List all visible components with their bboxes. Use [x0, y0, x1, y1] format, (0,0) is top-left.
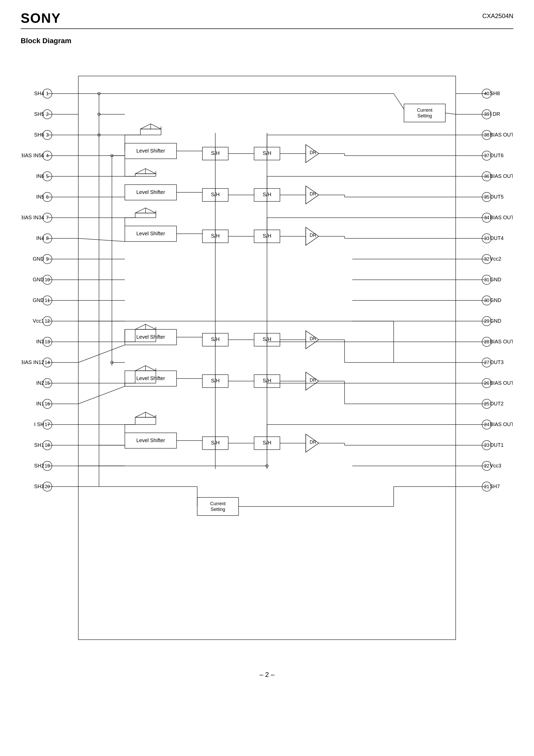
svg-text:24: 24 — [484, 422, 489, 427]
svg-text:DR: DR — [310, 336, 316, 341]
part-number: CXA2504N — [482, 13, 513, 20]
svg-text:35: 35 — [484, 194, 489, 200]
svg-line-292 — [78, 386, 125, 404]
svg-text:SH1: SH1 — [34, 442, 44, 448]
svg-text:GND: GND — [33, 297, 44, 303]
svg-text:33: 33 — [484, 236, 489, 241]
svg-text:DR: DR — [310, 440, 316, 445]
svg-text:GND: GND — [490, 297, 501, 303]
svg-text:SH5: SH5 — [34, 111, 44, 117]
svg-text:15: 15 — [45, 381, 50, 386]
svg-text:Vcc3: Vcc3 — [490, 463, 501, 469]
svg-text:GND: GND — [490, 318, 501, 324]
svg-text:28: 28 — [484, 339, 489, 344]
svg-text:OUT3: OUT3 — [490, 359, 503, 365]
svg-text:DR: DR — [310, 233, 316, 238]
svg-text:SH4: SH4 — [34, 91, 44, 96]
svg-text:2: 2 — [46, 112, 49, 117]
svg-text:SH2: SH2 — [34, 463, 44, 469]
svg-text:Level Shifter: Level Shifter — [136, 189, 165, 195]
svg-text:IN2: IN2 — [36, 380, 44, 386]
svg-text:GND: GND — [33, 256, 44, 262]
svg-text:BIAS IN56: BIAS IN56 — [21, 152, 44, 158]
svg-text:OUT2: OUT2 — [490, 401, 503, 406]
svg-text:22: 22 — [484, 463, 489, 469]
svg-text:DR: DR — [310, 377, 316, 383]
svg-text:Level Shifter: Level Shifter — [136, 148, 165, 153]
svg-text:37: 37 — [484, 153, 489, 158]
svg-text:Current: Current — [210, 501, 226, 506]
section-title: Block Diagram — [21, 37, 513, 45]
svg-text:4: 4 — [46, 153, 49, 158]
block-diagram-container: text { font-family: Arial, Helvetica, sa… — [21, 55, 513, 663]
svg-line-245 — [394, 94, 404, 109]
svg-rect-241 — [404, 104, 445, 122]
svg-text:18: 18 — [45, 443, 50, 448]
svg-text:Level Shifter: Level Shifter — [136, 230, 165, 236]
sony-logo: SONY — [21, 10, 61, 26]
svg-text:BIAS OUT2: BIAS OUT2 — [490, 380, 513, 386]
svg-text:7: 7 — [46, 215, 49, 220]
svg-text:40: 40 — [484, 91, 489, 96]
svg-text:3: 3 — [46, 132, 49, 138]
header-divider — [21, 28, 513, 29]
svg-text:8: 8 — [46, 236, 49, 241]
svg-text:IN6: IN6 — [36, 173, 44, 179]
svg-text:Level Shifter: Level Shifter — [136, 375, 165, 381]
svg-text:Setting: Setting — [211, 507, 225, 512]
svg-text:SH8: SH8 — [490, 91, 500, 96]
svg-line-257 — [78, 345, 125, 363]
svg-text:IN5: IN5 — [36, 194, 44, 200]
svg-text:GND: GND — [33, 277, 44, 282]
svg-text:5: 5 — [46, 174, 49, 179]
svg-text:GND: GND — [490, 277, 501, 282]
svg-text:38: 38 — [484, 132, 489, 138]
svg-text:17: 17 — [45, 422, 50, 427]
svg-text:20: 20 — [45, 484, 50, 489]
svg-text:36: 36 — [484, 174, 489, 179]
page: SONY CXA2504N Block Diagram text { font-… — [0, 0, 534, 756]
svg-text:31: 31 — [484, 277, 489, 282]
svg-text:OUT1: OUT1 — [490, 442, 503, 448]
svg-text:IN1: IN1 — [36, 401, 44, 406]
svg-text:23: 23 — [484, 443, 489, 448]
svg-text:I DR: I DR — [490, 111, 500, 117]
svg-text:IN4: IN4 — [36, 235, 44, 241]
svg-text:Vcc1: Vcc1 — [33, 318, 44, 324]
svg-text:BIAS IN12: BIAS IN12 — [21, 359, 44, 365]
svg-line-244 — [445, 113, 456, 114]
svg-line-224 — [78, 238, 125, 241]
svg-text:Vcc2: Vcc2 — [490, 256, 501, 262]
svg-text:16: 16 — [45, 401, 50, 406]
svg-text:BIAS OUT6: BIAS OUT6 — [490, 132, 513, 138]
svg-text:1: 1 — [46, 91, 49, 96]
svg-text:19: 19 — [45, 463, 50, 469]
svg-text:Setting: Setting — [417, 113, 432, 119]
svg-text:SH6: SH6 — [34, 132, 44, 138]
svg-text:9: 9 — [46, 256, 49, 262]
svg-text:OUT6: OUT6 — [490, 152, 503, 158]
svg-text:DR: DR — [310, 191, 316, 197]
svg-text:30: 30 — [484, 298, 489, 303]
page-footer: – 2 – — [21, 671, 513, 679]
svg-text:10: 10 — [45, 277, 50, 282]
svg-rect-330 — [197, 498, 239, 516]
svg-text:DR: DR — [310, 150, 316, 155]
svg-text:12: 12 — [45, 318, 50, 324]
svg-text:IN3: IN3 — [36, 339, 44, 344]
svg-text:SH7: SH7 — [490, 483, 500, 489]
svg-text:32: 32 — [484, 256, 489, 262]
svg-text:BIAS OUT3: BIAS OUT3 — [490, 339, 513, 344]
svg-text:21: 21 — [484, 484, 489, 489]
svg-text:Level Shifter: Level Shifter — [136, 334, 165, 340]
svg-text:OUT4: OUT4 — [490, 235, 503, 241]
svg-text:Current: Current — [417, 108, 432, 113]
svg-text:29: 29 — [484, 318, 489, 324]
svg-text:BIAS IN34: BIAS IN34 — [21, 215, 44, 220]
svg-text:25: 25 — [484, 401, 489, 406]
svg-text:BIAS OUT4: BIAS OUT4 — [490, 215, 513, 220]
svg-text:27: 27 — [484, 360, 489, 365]
svg-text:39: 39 — [484, 112, 489, 117]
svg-text:13: 13 — [45, 339, 50, 344]
svg-text:BIAS OUT5: BIAS OUT5 — [490, 173, 513, 179]
